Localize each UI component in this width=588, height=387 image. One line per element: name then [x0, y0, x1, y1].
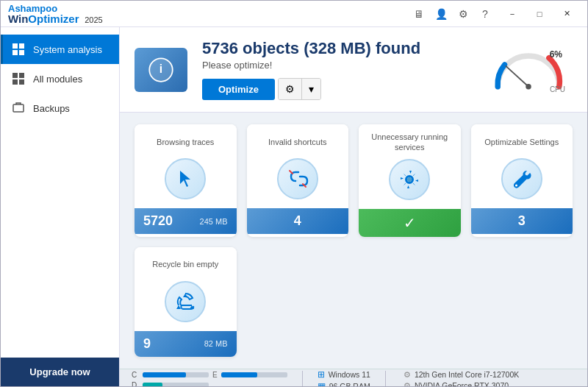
monitor-icon-btn[interactable]: 🖥 — [411, 6, 427, 22]
cpu-gauge: 6% CPU — [484, 40, 573, 99]
svg-point-17 — [407, 177, 412, 182]
footer-sep-2 — [385, 371, 386, 386]
os-label: Windows 11 — [329, 370, 370, 379]
please-optimize: Please optimize! — [202, 60, 470, 71]
footer-sep-1 — [302, 371, 303, 386]
title-bar-controls: 🖥 👤 ⚙ ? − □ ✕ — [411, 4, 580, 24]
card-browsing-traces: Browsing traces 5720 245 MB — [135, 124, 237, 237]
settings-dropdown-button[interactable]: ▾ — [302, 79, 320, 99]
cursor-icon — [174, 168, 196, 190]
all-modules-icon — [11, 71, 26, 86]
card-bottom-browsing: 5720 245 MB — [135, 208, 237, 234]
optimize-button[interactable]: Optimize — [202, 79, 275, 100]
grid-icon — [11, 42, 26, 57]
card-bottom-recycle: 9 82 MB — [135, 331, 237, 357]
link-broken-icon-wrap — [277, 158, 318, 199]
card-title-shortcuts: Invalid shortcuts — [254, 132, 342, 152]
sidebar-item-system-analysis[interactable]: System analysis — [1, 35, 119, 64]
check-icon: ✓ — [368, 214, 452, 232]
card-top-recycle: Recycle bin empty — [135, 247, 237, 331]
link-broken-icon — [287, 168, 309, 190]
card-optimizable-settings: Optimizable Settings 3 — [471, 124, 573, 237]
app-branding: Ashampoo WinOptimizer 2025 — [8, 4, 103, 24]
drive-e-fill — [221, 372, 258, 377]
help-icon-btn[interactable]: ? — [477, 6, 493, 22]
card-top-shortcuts: Invalid shortcuts — [247, 124, 349, 208]
header-section: i 5736 objects (328 MB) found Please opt… — [120, 27, 587, 113]
sidebar-item-all-modules[interactable]: All modules — [1, 64, 119, 93]
svg-line-13 — [290, 171, 293, 174]
drive-c-fill — [143, 372, 186, 377]
wrench-icon-wrap — [501, 158, 542, 199]
close-button[interactable]: ✕ — [553, 4, 580, 24]
cards-section: Browsing traces 5720 245 MB Invalid shor… — [120, 113, 587, 369]
settings-gear-button[interactable]: ⚙ — [279, 79, 302, 99]
computer-icon: i — [146, 54, 176, 85]
footer-drives: C E D — [132, 371, 287, 386]
card-title-recycle: Recycle bin empty — [142, 255, 229, 275]
gear-icon-btn[interactable]: ⚙ — [455, 6, 471, 22]
svg-rect-3 — [19, 50, 24, 55]
maximize-button[interactable]: □ — [526, 4, 553, 24]
cpu-label: CPU — [550, 85, 565, 93]
user-icon-btn[interactable]: 👤 — [433, 6, 449, 22]
drive-e-bar — [221, 372, 287, 377]
ram-icon: ▦ — [318, 381, 326, 386]
svg-rect-1 — [19, 43, 24, 49]
os-row: ⊞ Windows 11 — [318, 369, 370, 380]
header-text: 5736 objects (328 MB) found Please optim… — [202, 39, 470, 100]
card-count-settings: 3 — [518, 213, 526, 229]
card-bottom-services: ✓ — [359, 209, 461, 237]
backup-icon — [11, 101, 26, 116]
gpu-label: NVIDIA GeForce RTX 3070 — [415, 381, 509, 386]
svg-rect-0 — [12, 43, 18, 49]
recycle-icon-wrap — [165, 281, 206, 322]
svg-rect-8 — [13, 104, 24, 112]
svg-line-11 — [506, 66, 528, 87]
gauge-percent: 6% — [550, 49, 562, 60]
svg-rect-7 — [19, 79, 24, 85]
card-title-services: Unnecessary running services — [366, 132, 453, 153]
sidebar-item-backups[interactable]: Backups — [1, 93, 119, 123]
drive-d-bar — [143, 383, 209, 386]
objects-found: 5736 objects (328 MB) found — [202, 39, 470, 58]
drive-c-letter: C — [132, 371, 139, 379]
card-recycle-bin: Recycle bin empty 9 82 M — [135, 247, 237, 357]
svg-rect-4 — [12, 73, 18, 78]
card-title-browsing: Browsing traces — [142, 132, 229, 152]
app-logo: Ashampoo WinOptimizer 2025 — [8, 4, 103, 24]
cpu-icon: ⚙ — [404, 370, 411, 380]
sidebar-label-backups: Backups — [33, 103, 70, 114]
wrench-icon — [511, 168, 533, 190]
svg-point-12 — [526, 84, 531, 89]
title-bar: Ashampoo WinOptimizer 2025 🖥 👤 ⚙ ? − □ ✕ — [1, 1, 587, 27]
sidebar-label-all-modules: All modules — [33, 74, 82, 85]
footer-bar: C E D — [120, 369, 587, 386]
card-bottom-shortcuts: 4 — [247, 208, 349, 234]
card-size-browsing: 245 MB — [200, 217, 228, 226]
card-running-services: Unnecessary running services — [359, 124, 461, 237]
ram-label: 96 GB RAM — [329, 382, 370, 386]
card-top-browsing: Browsing traces — [135, 124, 237, 208]
cursor-icon-wrap — [165, 158, 206, 199]
cpu-row: ⚙ 12th Gen Intel Core i7-12700K — [404, 370, 519, 380]
recycle-icon — [174, 291, 196, 313]
drive-d-fill — [143, 383, 162, 386]
gear-spin-icon — [398, 168, 420, 191]
card-size-recycle: 82 MB — [204, 339, 228, 348]
drive-d-row: D — [132, 381, 287, 386]
card-count-browsing: 5720 — [143, 213, 173, 229]
footer-os-info: ⊞ Windows 11 ▦ 96 GB RAM — [318, 369, 370, 386]
card-top-settings: Optimizable Settings — [471, 124, 573, 208]
gear-spin-icon-wrap — [389, 159, 430, 200]
card-count-shortcuts: 4 — [294, 213, 301, 229]
card-top-services: Unnecessary running services — [359, 124, 461, 209]
gpu-row: ⚙ NVIDIA GeForce RTX 3070 — [404, 381, 519, 386]
minimize-button[interactable]: − — [499, 4, 526, 24]
svg-text:i: i — [159, 63, 162, 75]
card-bottom-settings: 3 — [471, 208, 573, 234]
svg-rect-6 — [12, 79, 18, 85]
drive-c-row: C E — [132, 371, 287, 379]
upgrade-button[interactable]: Upgrade now — [1, 358, 119, 386]
drive-e-label: E — [212, 371, 218, 379]
